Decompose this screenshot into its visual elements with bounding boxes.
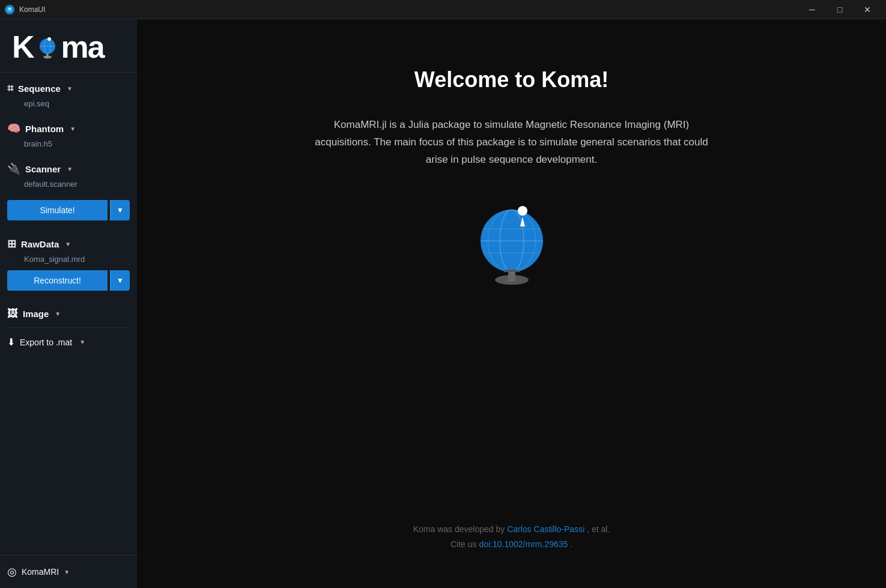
- welcome-description: KomaMRI.jl is a Julia package to simulat…: [308, 117, 716, 169]
- app-title: KomaUI: [19, 5, 45, 14]
- scanner-section: 🔌 Scanner ▼ default.scanner: [0, 153, 137, 193]
- reconstruct-dropdown-button[interactable]: ▼: [110, 270, 130, 291]
- main-layout: K ma ⌗: [0, 19, 886, 588]
- sequence-label: Sequence: [18, 83, 61, 94]
- phantom-icon: 🧠: [7, 122, 20, 135]
- sequence-icon: ⌗: [7, 82, 13, 95]
- welcome-title: Welcome to Koma!: [414, 67, 608, 92]
- logo-ma: ma: [61, 31, 104, 62]
- logo: K ma: [12, 31, 125, 62]
- rawdata-chevron-icon: ▼: [65, 241, 71, 247]
- maximize-button[interactable]: □: [826, 0, 854, 19]
- simulate-button[interactable]: Simulate!: [7, 200, 108, 220]
- image-chevron-icon: ▼: [55, 311, 61, 317]
- footer-line-2: Cite us doi:10.1002/mrm.29635 .: [413, 537, 610, 552]
- scanner-file[interactable]: default.scanner: [7, 178, 130, 190]
- phantom-label: Phantom: [25, 124, 64, 134]
- phantom-section: 🧠 Phantom ▼ brain.h5: [0, 112, 137, 153]
- komamri-label: KomaMRI: [22, 567, 59, 577]
- export-icon: ⬇: [7, 336, 15, 348]
- scanner-header[interactable]: 🔌 Scanner ▼: [7, 160, 130, 178]
- logo-k: K: [12, 31, 34, 62]
- svg-point-17: [518, 206, 527, 216]
- main-content: Welcome to Koma! KomaMRI.jl is a Julia p…: [137, 19, 886, 588]
- komamri-bottom[interactable]: ◎ KomaMRI ▼: [0, 555, 137, 588]
- scanner-label: Scanner: [25, 164, 61, 174]
- reconstruct-button[interactable]: Reconstruct!: [7, 270, 108, 291]
- sequence-section: ⌗ Sequence ▼ epi.seq: [0, 73, 137, 112]
- window-controls: ─ □ ✕: [798, 0, 881, 19]
- reconstruct-row: Reconstruct! ▼: [0, 268, 137, 298]
- image-section: 🖼 Image ▼: [0, 298, 137, 325]
- svg-point-8: [47, 37, 51, 41]
- titlebar-left: KomaUI: [5, 5, 45, 14]
- footer-doi-link[interactable]: doi:10.1002/mrm.29635: [479, 539, 568, 549]
- sequence-header[interactable]: ⌗ Sequence ▼: [7, 80, 130, 97]
- svg-marker-19: [503, 270, 520, 272]
- sidebar-divider: [7, 327, 130, 328]
- image-label: Image: [23, 309, 49, 319]
- image-header[interactable]: 🖼 Image ▼: [7, 305, 130, 323]
- footer-period: .: [570, 539, 572, 549]
- sequence-chevron-icon: ▼: [67, 85, 73, 92]
- footer-author-link[interactable]: Carlos Castillo-Passi: [507, 524, 584, 534]
- logo-area: K ma: [0, 19, 137, 73]
- svg-point-1: [9, 7, 11, 9]
- globe-svg: [464, 193, 560, 289]
- sidebar: K ma ⌗: [0, 19, 137, 588]
- close-button[interactable]: ✕: [854, 0, 881, 19]
- simulate-row: Simulate! ▼: [0, 193, 137, 228]
- svg-point-2: [8, 10, 11, 11]
- app-icon: [5, 5, 14, 14]
- footer-text-1: Koma was developed by: [413, 524, 507, 534]
- logo-globe-icon: [35, 34, 60, 59]
- scanner-icon: 🔌: [7, 162, 20, 175]
- welcome-section: Welcome to Koma! KomaMRI.jl is a Julia p…: [308, 67, 716, 289]
- footer-cite: Cite us: [451, 539, 479, 549]
- rawdata-icon: ⊞: [7, 237, 16, 250]
- rawdata-file[interactable]: Koma_signal.mrd: [7, 253, 130, 265]
- phantom-header[interactable]: 🧠 Phantom ▼: [7, 120, 130, 138]
- rawdata-label: RawData: [21, 239, 59, 249]
- titlebar: KomaUI ─ □ ✕: [0, 0, 886, 19]
- footer-line-1: Koma was developed by Carlos Castillo-Pa…: [413, 522, 610, 537]
- sequence-file[interactable]: epi.seq: [7, 97, 130, 110]
- phantom-file[interactable]: brain.h5: [7, 138, 130, 150]
- export-chevron-icon: ▼: [79, 339, 85, 345]
- globe-illustration: [464, 193, 560, 289]
- rawdata-section: ⊞ RawData ▼ Koma_signal.mrd: [0, 228, 137, 268]
- rawdata-header[interactable]: ⊞ RawData ▼: [7, 235, 130, 253]
- footer-text-2: , et al.: [587, 524, 610, 534]
- minimize-button[interactable]: ─: [798, 0, 826, 19]
- phantom-chevron-icon: ▼: [70, 126, 76, 132]
- export-label: Export to .mat: [20, 338, 72, 347]
- image-icon: 🖼: [7, 308, 18, 320]
- export-row[interactable]: ⬇ Export to .mat ▼: [0, 330, 137, 354]
- komamri-chevron-icon: ▼: [64, 569, 70, 575]
- simulate-dropdown-button[interactable]: ▼: [110, 200, 130, 220]
- scanner-chevron-icon: ▼: [67, 166, 73, 172]
- komamri-icon: ◎: [7, 565, 17, 578]
- footer: Koma was developed by Carlos Castillo-Pa…: [413, 522, 610, 552]
